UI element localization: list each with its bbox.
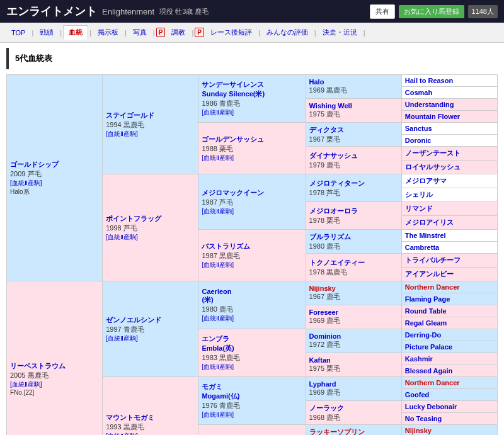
pedigree-cell: ダイナサッシュ1979 鹿毛 xyxy=(306,147,401,174)
nav-training[interactable]: 調教 xyxy=(166,26,190,39)
pedigree-cell: Kaftan1975 栗毛 xyxy=(306,353,401,377)
pedigree-container: ゴールドシップ2009 芦毛[血統Ⅱ産駒]Halo系ステイゴールド1994 黒鹿… xyxy=(0,74,504,435)
gen5-cell: Flaming Page xyxy=(401,293,497,305)
pedigree-cell: ポイントフラッグ1998 芦毛[血統Ⅱ産駒] xyxy=(103,174,198,281)
gen5-cell: Derring-Do xyxy=(401,329,497,341)
gen5-cell: Lucky Debonair xyxy=(401,401,497,413)
pedigree-cell: サンデーサイレンスSunday Silence(米)1986 青鹿毛[血統Ⅱ産駒… xyxy=(198,75,306,123)
pedigree-cell: マウントモガミ1993 黒鹿毛[血統Ⅱ産駒] xyxy=(103,377,198,436)
gen5-cell: Picture Palace xyxy=(401,341,497,353)
pedigree-cell: ゼンノエルシンド1997 青鹿毛[血統Ⅱ産駒] xyxy=(103,281,198,377)
nav-bar: TOP | 戦績 | 血統 | 掲示板 | 写真 | P調教 | Pレース後短評… xyxy=(0,23,504,43)
gen5-cell: リマンド xyxy=(401,202,497,216)
pedigree-cell: Wishing Well1975 鹿毛 xyxy=(306,99,401,123)
p-badge-review: P xyxy=(195,28,204,37)
pedigree-cell: モガミMogami(仏)1976 青鹿毛[血統Ⅱ産駒] xyxy=(198,377,306,425)
nav-race-situation[interactable]: 決走・近況 xyxy=(318,26,362,39)
horse-status: 現役 牡3歳 鹿毛 xyxy=(159,7,209,16)
pedigree-table: ゴールドシップ2009 芦毛[血統Ⅱ産駒]Halo系ステイゴールド1994 黒鹿… xyxy=(6,74,498,435)
nav-evaluation[interactable]: みんなの評価 xyxy=(261,26,313,39)
pedigree-cell: Foreseer1969 鹿毛 xyxy=(306,305,401,329)
pedigree-cell: ノーラック1968 鹿毛 xyxy=(306,401,401,425)
gen5-cell: Northern Dancer xyxy=(401,281,497,293)
horse-name-en: Enlightenment xyxy=(102,7,154,16)
gen5-cell: Sanctus xyxy=(401,123,497,135)
gen5-cell: Doronic xyxy=(401,135,497,147)
p-badge-training: P xyxy=(156,28,166,37)
pedigree-cell: Nijinsky1967 鹿毛 xyxy=(306,281,401,305)
section-title: 5代血統表 xyxy=(6,48,498,69)
pedigree-cell: ディクタス1967 栗毛 xyxy=(306,123,401,147)
gen5-cell: ロイヤルサッシュ xyxy=(401,161,497,174)
gen5-cell: Mountain Flower xyxy=(401,111,497,123)
gen5-cell: No Teasing xyxy=(401,413,497,425)
pedigree-cell: ブルラリズム1980 鹿毛 xyxy=(306,230,401,254)
gen5-cell: アイアンルビー xyxy=(401,268,497,281)
pedigree-cell: Dominion1972 鹿毛 xyxy=(306,329,401,353)
gen5-cell: Round Table xyxy=(401,305,497,317)
pedigree-cell: トクノエイティー1978 黒鹿毛 xyxy=(306,254,401,281)
bookmark-button[interactable]: お気に入り馬登録 xyxy=(399,5,464,18)
gen5-cell: Northern Dancer xyxy=(401,377,497,389)
follower-count: 1148人 xyxy=(468,5,498,18)
pedigree-cell: ラッキーソプリン1974 鹿毛 xyxy=(306,425,401,436)
pedigree-cell: ゴールドシップ2009 芦毛[血統Ⅱ産駒]Halo系 xyxy=(7,75,103,281)
gen5-cell: シェリル xyxy=(401,188,497,202)
gen5-cell: メジロアイリス xyxy=(401,216,497,230)
gen5-cell: ノーザンテースト xyxy=(401,147,497,161)
nav-board[interactable]: 掲示板 xyxy=(93,26,123,39)
pedigree-cell: Halo1969 黒鹿毛 xyxy=(306,75,401,99)
nav-review[interactable]: レース後短評 xyxy=(205,26,257,39)
horse-name-jp: エンライトメント xyxy=(6,4,97,19)
gen5-cell: Cambretta xyxy=(401,242,497,254)
pedigree-cell: マウントソプリン1984 鹿毛[血統Ⅱ産駒] xyxy=(198,425,306,436)
gen5-cell: メジロアサマ xyxy=(401,174,497,188)
pedigree-cell: ゴールデンサッシュ1988 栗毛[血統Ⅱ産駒] xyxy=(198,123,306,174)
pedigree-cell: Lyphard1969 鹿毛 xyxy=(306,377,401,401)
pedigree-cell: エンブラEmbla(英)1983 黒鹿毛[血統Ⅱ産駒] xyxy=(198,329,306,377)
gen5-cell: トライバルチーフ xyxy=(401,254,497,268)
header: エンライトメント Enlightenment 現役 牡3歳 鹿毛 共有 お気に入… xyxy=(0,0,504,23)
pedigree-cell: メジロティターン1978 芦毛 xyxy=(306,174,401,202)
pedigree-cell: メジロオーロラ1978 栗毛 xyxy=(306,202,401,230)
pedigree-cell: ステイゴールド1994 黒鹿毛[血統Ⅱ産駒] xyxy=(103,75,198,174)
pedigree-cell: バストラリズム1987 黒鹿毛[血統Ⅱ産駒] xyxy=(198,230,306,281)
pedigree-cell: メジロマックイーン1987 芦毛[血統Ⅱ産駒] xyxy=(198,174,306,230)
pedigree-cell: リーベストラウム2005 黒鹿毛[血統Ⅱ産駒]FNo.[22] xyxy=(7,281,103,436)
gen5-cell: Nijinsky xyxy=(401,425,497,436)
gen5-cell: Understanding xyxy=(401,99,497,111)
share-button[interactable]: 共有 xyxy=(370,4,395,19)
gen5-cell: Blessed Again xyxy=(401,365,497,377)
gen5-cell: Cosmah xyxy=(401,87,497,99)
header-right: 共有 お気に入り馬登録 1148人 xyxy=(370,4,498,19)
gen5-cell: Hail to Reason xyxy=(401,75,497,87)
gen5-cell: Goofed xyxy=(401,389,497,401)
gen5-cell: Regal Gleam xyxy=(401,317,497,329)
header-left: エンライトメント Enlightenment 現役 牡3歳 鹿毛 xyxy=(6,4,209,19)
gen5-cell: Kashmir xyxy=(401,353,497,365)
nav-photo[interactable]: 写真 xyxy=(128,26,152,39)
nav-top[interactable]: TOP xyxy=(6,27,30,38)
gen5-cell: The Minstrel xyxy=(401,230,497,242)
nav-bloodline[interactable]: 血統 xyxy=(63,25,88,40)
nav-record[interactable]: 戦績 xyxy=(35,26,59,39)
pedigree-cell: Caerleon(米)1980 鹿毛[血統Ⅱ産駒] xyxy=(198,281,306,329)
